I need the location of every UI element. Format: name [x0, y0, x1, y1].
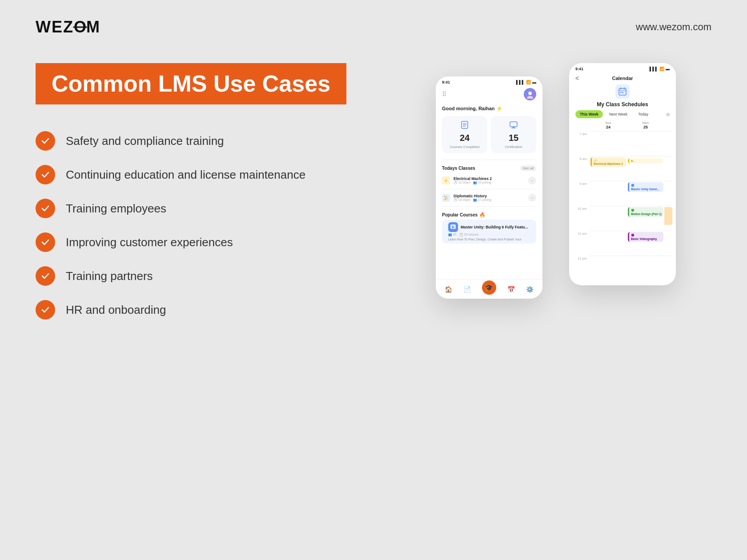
check-icon-3: [36, 199, 55, 218]
courses-icon: [460, 120, 469, 131]
svg-rect-6: [510, 122, 517, 127]
svg-rect-19: [631, 234, 634, 236]
divider: [442, 189, 536, 189]
course-title-row: Master Unity: Building 6 Fully Featu...: [448, 222, 530, 232]
cal-cell-sun-11am: [590, 231, 627, 256]
svg-rect-11: [619, 88, 626, 95]
header: WEZOM www.wezom.com: [0, 0, 747, 36]
website-url: www.wezom.com: [636, 21, 711, 33]
tab-next-week[interactable]: Next Week: [605, 110, 632, 118]
phone-dashboard: 9:41 ▌▌▌ 📶 ▬ ⠿ Good morning, Raihan ⚡: [436, 76, 542, 299]
class-icon-diplomatic: 📜: [442, 194, 450, 202]
day-header-mon: Mon 25: [627, 121, 664, 129]
left-section: Common LMS Use Cases Safety and complian…: [36, 63, 347, 320]
nav-courses-active[interactable]: 🎓: [482, 280, 496, 295]
check-icon-6: [36, 300, 55, 320]
nav-home[interactable]: 🏠: [445, 286, 452, 293]
popular-course-card[interactable]: Master Unity: Building 6 Fully Featu... …: [442, 220, 536, 244]
event-unity: Master Unity Game...: [628, 182, 663, 192]
page-title: Common LMS Use Cases: [52, 71, 330, 96]
list-item: Training partners: [36, 266, 347, 286]
phone-header-row: ⠿: [436, 86, 542, 104]
cal-cell-sun-8am: ⚡ Electrical Machines 2: [590, 156, 627, 181]
status-icons-cal: ▌▌▌ 📶 ▬: [650, 67, 670, 71]
class-arrow-1[interactable]: ›: [528, 176, 536, 184]
calendar-icon-area: [569, 82, 676, 101]
status-bar-cal: 9:41 ▌▌▌ 📶 ▬: [569, 63, 676, 73]
class-arrow-2[interactable]: ›: [528, 194, 536, 202]
list-item: Improving customer experiences: [36, 232, 347, 252]
svg-rect-17: [631, 184, 634, 187]
courses-label: Courses Completed: [450, 145, 479, 149]
battery-icon: ▬: [532, 80, 536, 84]
svg-rect-18: [631, 209, 634, 212]
cal-cell-sun-9am: [590, 181, 627, 206]
divider: [442, 206, 536, 207]
time-row-7am: 7 am: [573, 131, 672, 156]
nav-docs[interactable]: 📄: [463, 286, 471, 293]
list-item: Training employees: [36, 199, 347, 218]
cert-number: 15: [509, 133, 518, 143]
course-thumbnail: [448, 222, 458, 232]
check-icon-4: [36, 232, 55, 252]
time-row-10am: 10 am Motion Design (Part 1): [573, 206, 672, 231]
battery-icon-cal: ▬: [666, 67, 670, 71]
cal-cell-sun-10am: [590, 206, 627, 231]
partial-event-right: [664, 207, 672, 225]
list-item: Continuing education and license mainten…: [36, 165, 347, 184]
svg-rect-16: [622, 92, 623, 93]
list-item-label: Improving customer experiences: [66, 236, 233, 249]
cal-cell-mon-9am: Master Unity Game...: [627, 181, 664, 206]
popular-header: Popular Courses 🔥: [436, 208, 542, 220]
stat-cert: 15 Certification: [491, 116, 536, 153]
cal-cell-mon-10am: Motion Design (Part 1): [627, 206, 664, 231]
list-item: HR and onboarding: [36, 300, 347, 320]
greeting-text: Good morning, Raihan ⚡: [436, 104, 542, 116]
signal-icon-cal: ▌▌▌: [650, 67, 658, 71]
divider: [442, 160, 536, 160]
main-content: Common LMS Use Cases Safety and complian…: [0, 36, 747, 320]
event-basic-video: Basic Videography: [628, 232, 663, 242]
see-all-button[interactable]: See all: [520, 165, 536, 171]
class-info-electrical: Electrical Machines 2 🕐 12:00pm 👥 15 joi…: [454, 176, 525, 184]
svg-point-1: [527, 96, 533, 99]
nav-calendar[interactable]: 📅: [507, 286, 515, 293]
schedule-title: My Class Schedules: [569, 101, 676, 108]
back-button[interactable]: <: [575, 75, 579, 82]
status-bar: 9:41 ▌▌▌ 📶 ▬: [436, 76, 542, 86]
event-partial-mon-8am: B...: [628, 158, 663, 164]
courses-number: 24: [460, 133, 470, 143]
list-item-label: HR and onboarding: [66, 303, 166, 317]
grid-view-icon[interactable]: ⊞: [666, 112, 670, 117]
cal-cell-sun-12pm: [590, 256, 627, 269]
todays-classes-header: Todays Classes See all: [436, 162, 542, 174]
tab-today[interactable]: Today: [634, 110, 653, 118]
list-item-label: Safety and compliance training: [66, 134, 224, 148]
course-desc: Learn How To Plan, Design, Create And Pu…: [448, 238, 530, 241]
week-tabs: This Week Next Week Today ⊞: [569, 110, 676, 118]
tab-this-week[interactable]: This Week: [575, 110, 603, 118]
svg-rect-15: [620, 92, 622, 93]
time-row-12pm: 12 pm: [573, 256, 672, 269]
course-meta: 👥 85 📋 26 classes: [448, 233, 530, 236]
status-time: 9:41: [442, 80, 450, 84]
time-row-9am: 9 am Master Unity Game...: [573, 181, 672, 206]
list-item-label: Continuing education and license mainten…: [66, 168, 305, 182]
cal-cell-mon-12pm: [627, 256, 664, 269]
phone-calendar: 9:41 ▌▌▌ 📶 ▬ < Calendar My Class Schedul…: [569, 63, 676, 285]
stat-courses: 24 Courses Completed: [442, 116, 487, 153]
cert-icon: [509, 120, 518, 131]
wifi-icon: 📶: [526, 80, 531, 84]
fire-icon: 🔥: [479, 212, 486, 218]
check-icon-5: [36, 266, 55, 286]
list-item: Safety and compliance training: [36, 131, 347, 151]
check-icon-2: [36, 165, 55, 184]
status-time-cal: 9:41: [575, 67, 583, 71]
checklist: Safety and compliance training Continuin…: [36, 131, 347, 320]
nav-settings[interactable]: ⚙️: [526, 286, 534, 293]
status-icons: ▌▌▌ 📶 ▬: [516, 80, 536, 84]
class-icon-electrical: ⚡: [442, 176, 450, 184]
cal-cell-sun-7am: [590, 131, 627, 156]
avatar: [524, 88, 536, 100]
title-box: Common LMS Use Cases: [36, 63, 346, 104]
